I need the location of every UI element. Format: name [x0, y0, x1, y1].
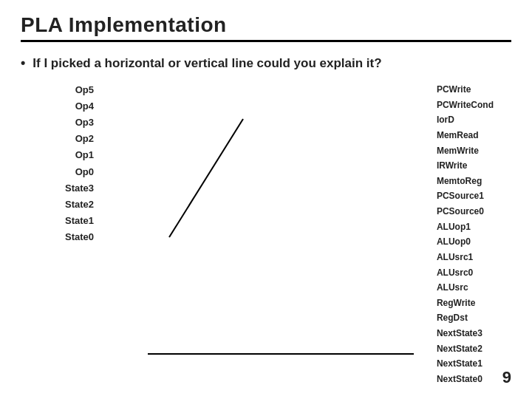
question-text: If I picked a horizontal or vertical lin… — [33, 55, 381, 72]
right-label: ALUop0 — [437, 234, 471, 250]
right-label: MemRead — [437, 128, 479, 143]
left-label: State2 — [65, 197, 94, 213]
right-label: ALUsrc — [437, 280, 468, 296]
left-label: State3 — [65, 180, 94, 197]
page: PLA Implementation • If I picked a horiz… — [0, 0, 532, 399]
right-label: PCSource0 — [437, 204, 484, 219]
right-label: NextState3 — [437, 326, 482, 341]
right-label: NextState1 — [437, 356, 482, 372]
right-label: MemWrite — [437, 143, 479, 159]
left-label: Op0 — [75, 164, 94, 180]
right-label: IorD — [437, 112, 454, 128]
bullet-point: • — [21, 55, 25, 71]
right-label: NextState0 — [437, 372, 482, 387]
left-label: Op3 — [75, 115, 94, 131]
main-content: Op5Op4Op3Op2Op1Op0State3State2State1Stat… — [21, 82, 511, 274]
right-label: RegWrite — [437, 296, 475, 311]
title-underline — [21, 40, 511, 42]
diagonal-line-svg — [162, 112, 250, 245]
right-label: PCWriteCond — [437, 98, 494, 113]
right-label: RegDst — [437, 310, 468, 326]
page-number: 9 — [502, 368, 511, 387]
right-label: PCWrite — [437, 82, 471, 98]
left-labels-container: Op5Op4Op3Op2Op1Op0State3State2State1Stat… — [65, 82, 94, 274]
right-label: ALUsrc1 — [437, 250, 473, 265]
right-label: ALUsrc0 — [437, 265, 473, 281]
bottom-horizontal-line — [148, 353, 414, 355]
right-labels-container: PCWritePCWriteCondIorDMemReadMemWriteIRW… — [437, 82, 494, 387]
left-label: Op4 — [75, 98, 94, 115]
page-title: PLA Implementation — [21, 13, 511, 37]
right-label: ALUop1 — [437, 219, 471, 235]
left-label: State1 — [65, 213, 94, 229]
right-label: IRWrite — [437, 158, 468, 174]
right-label: NextState2 — [437, 341, 482, 357]
right-label: PCSource1 — [437, 188, 484, 204]
svg-line-0 — [169, 119, 243, 237]
left-label: Op5 — [75, 82, 94, 98]
left-label: Op2 — [75, 131, 94, 147]
left-label: State0 — [65, 229, 94, 245]
bullet-section: • If I picked a horizontal or vertical l… — [21, 55, 511, 72]
left-label: Op1 — [75, 147, 94, 163]
right-label: MemtoReg — [437, 174, 482, 189]
